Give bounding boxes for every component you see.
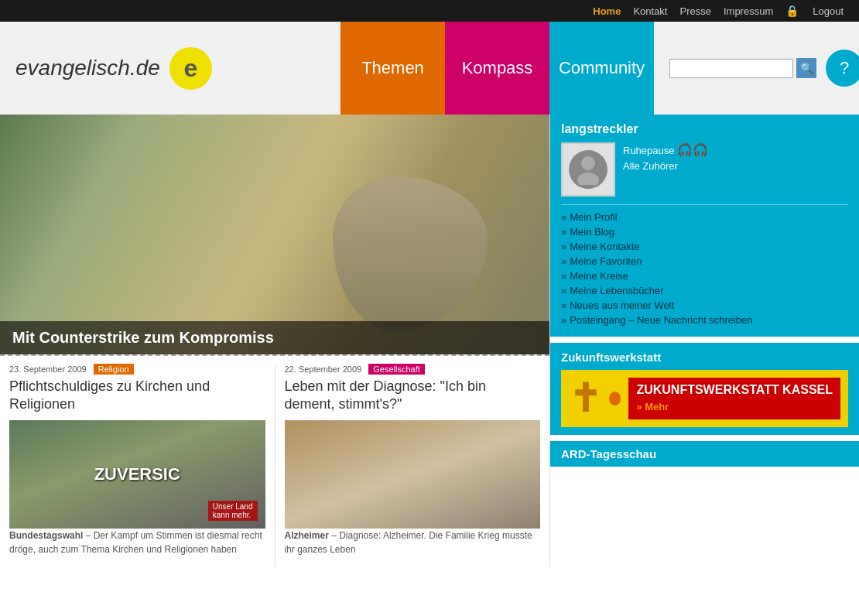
community-links: » Mein Profil » Mein Blog » Meine Kontak… [561, 204, 848, 326]
search-input[interactable] [669, 59, 793, 78]
community-hoerer: Alle Zuhörer [623, 160, 708, 172]
community-link-lebensbucher-label: Meine Lebensbücher [570, 285, 663, 296]
community-avatar-icon [569, 150, 607, 189]
article-1-title[interactable]: Pflichtschuldiges zu Kirchen und Religio… [9, 378, 265, 414]
hero-caption-text: Mit Counterstrike zum Kompromiss [12, 329, 274, 346]
ard-title: ARD-Tagesschau [561, 447, 848, 460]
community-link-kreise-label: Meine Kreise [570, 270, 628, 282]
article-1-date-text: 23. September 2009 [9, 364, 87, 374]
articles-section: 23. September 2009 Religion Pflichtschul… [0, 354, 549, 566]
bullet-icon: » [561, 285, 566, 296]
article-2-title[interactable]: Leben mit der Diagnose: "Ich bin dement,… [285, 378, 541, 414]
zukunft-title: Zukunftswerkstatt [561, 351, 848, 364]
bullet-icon: » [561, 299, 566, 311]
community-link-favoriten-label: Meine Favoriten [570, 255, 642, 267]
article-1-tag[interactable]: Religion [94, 364, 134, 375]
logo-area: evangelisch.de e [0, 22, 341, 115]
bullet-icon: » [561, 255, 566, 267]
article-2-teaser-bold: Alzheimer [285, 530, 329, 541]
sidebar: langstreckler Ruhepause 🎧🎧 [550, 115, 859, 566]
content: Mit Counterstrike zum Kompromiss 23. Sep… [0, 115, 550, 566]
topbar-presse[interactable]: Presse [679, 5, 710, 17]
search-area: 🔍 ? [654, 22, 859, 115]
article-1-image: ZUVERSIC Unser Landkann mehr. [9, 420, 265, 529]
community-link-kontakte[interactable]: » Meine Kontakte [561, 241, 848, 252]
nav-themen[interactable]: Themen [341, 22, 445, 115]
zukunft-box: Zukunftswerkstatt ✝ ZUKUNFTSWERKSTATT KA… [550, 343, 859, 435]
nav-community[interactable]: Community [549, 22, 654, 115]
community-link-neues-label: Neues aus meiner Welt [570, 299, 674, 311]
community-link-kreise[interactable]: » Meine Kreise [561, 270, 848, 282]
zukunft-banner-text: ZUKUNFTSWERKSTATT KASSEL » Mehr [628, 378, 840, 419]
community-username: langstreckler [561, 122, 848, 136]
community-box: langstreckler Ruhepause 🎧🎧 [550, 115, 859, 337]
topbar-impressum[interactable]: Impressum [724, 5, 773, 17]
hero-caption: Mit Counterstrike zum Kompromiss [0, 321, 549, 354]
topbar-kontakt[interactable]: Kontakt [633, 5, 667, 17]
community-avatar [561, 142, 615, 197]
hero-background [0, 115, 549, 354]
article-2-date: 22. September 2009 Gesellschaft [285, 364, 541, 375]
lock-icon: 🔒 [785, 5, 799, 17]
bullet-icon: » [561, 314, 566, 326]
article-1-teaser: Bundestagswahl – Der Kampf um Stimmen is… [9, 529, 265, 556]
zukunft-mehr-link[interactable]: » Mehr [636, 401, 669, 412]
community-link-neues[interactable]: » Neues aus meiner Welt [561, 299, 848, 311]
logo-letter: e [183, 54, 197, 83]
nav-kompass[interactable]: Kompass [445, 22, 549, 115]
article-1: 23. September 2009 Religion Pflichtschul… [0, 364, 275, 566]
svg-point-0 [581, 156, 595, 170]
hero-image[interactable]: Mit Counterstrike zum Kompromiss [0, 115, 549, 354]
avatar-svg [573, 154, 604, 185]
article-2-tag[interactable]: Gesellschaft [368, 364, 425, 375]
bullet-icon: » [561, 226, 566, 238]
bullet-icon: » [561, 211, 566, 223]
community-link-blog[interactable]: » Mein Blog [561, 226, 848, 238]
status-label: Ruhepause [623, 145, 675, 156]
topbar-logout[interactable]: Logout [813, 5, 844, 17]
cross-icon: ✝ [569, 379, 601, 418]
dot-icon [609, 392, 621, 406]
logo-text: evangelisch.de [15, 56, 160, 80]
article-2: 22. September 2009 Gesellschaft Leben mi… [275, 364, 550, 566]
community-link-posteingang-label: Posteingang – Neue Nachricht schreiben [570, 314, 752, 326]
topbar-home[interactable]: Home [593, 5, 621, 17]
community-status-text: Ruhepause 🎧🎧 [623, 142, 708, 157]
main: Mit Counterstrike zum Kompromiss 23. Sep… [0, 115, 859, 566]
zukunft-banner[interactable]: ✝ ZUKUNFTSWERKSTATT KASSEL » Mehr [561, 370, 848, 427]
article-2-image [285, 420, 541, 529]
search-button[interactable]: 🔍 [796, 58, 816, 78]
logo-circle: e [169, 47, 212, 90]
nav-kompass-label: Kompass [462, 58, 533, 78]
headphone-icon: 🎧🎧 [677, 143, 708, 156]
topbar: Home Kontakt Presse Impressum 🔒 Logout [0, 0, 859, 22]
community-profile: Ruhepause 🎧🎧 Alle Zuhörer [561, 142, 848, 197]
nav-themen-label: Themen [361, 58, 424, 78]
ard-box: ARD-Tagesschau [550, 441, 859, 467]
election-poster-text: ZUVERSIC [94, 464, 180, 484]
svg-point-1 [577, 173, 599, 185]
bullet-icon: » [561, 241, 566, 252]
header: evangelisch.de e Themen Kompass Communit… [0, 22, 859, 115]
article-2-date-text: 22. September 2009 [285, 364, 362, 374]
zukunft-banner-label: ZUKUNFTSWERKSTATT KASSEL [636, 383, 832, 396]
article-1-teaser-bold: Bundestagswahl [9, 530, 83, 541]
nav-community-label: Community [559, 58, 645, 78]
community-link-profil[interactable]: » Mein Profil [561, 211, 848, 223]
article-1-date: 23. September 2009 Religion [9, 364, 265, 375]
help-icon: ? [840, 58, 849, 78]
help-bubble[interactable]: ? [826, 50, 859, 87]
community-link-kontakte-label: Meine Kontakte [570, 241, 639, 252]
bullet-icon: » [561, 270, 566, 282]
community-link-blog-label: Mein Blog [570, 226, 614, 238]
community-link-profil-label: Mein Profil [570, 211, 617, 223]
election-slogan: Unser Landkann mehr. [208, 501, 258, 521]
hero-figure [333, 176, 488, 331]
search-icon: 🔍 [800, 62, 813, 74]
community-link-posteingang[interactable]: » Posteingang – Neue Nachricht schreiben [561, 314, 848, 326]
community-link-lebensbucher[interactable]: » Meine Lebensbücher [561, 285, 848, 296]
article-2-teaser: Alzheimer – Diagnose: Alzheimer. Die Fam… [285, 529, 541, 556]
community-link-favoriten[interactable]: » Meine Favoriten [561, 255, 848, 267]
community-status: Ruhepause 🎧🎧 Alle Zuhörer [623, 142, 708, 172]
